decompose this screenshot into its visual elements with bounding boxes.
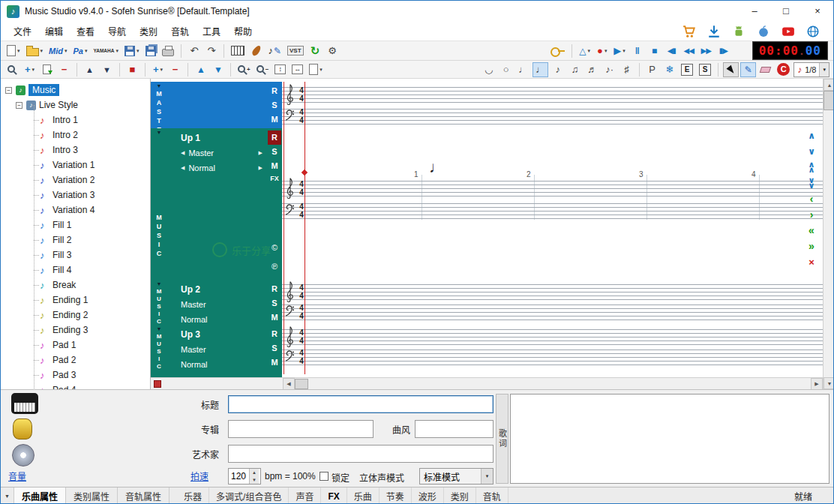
- loop-marker-button[interactable]: [154, 380, 161, 388]
- vscroll-up-button[interactable]: ▲: [824, 79, 834, 91]
- move-down-button[interactable]: ▼: [99, 62, 115, 77]
- color-marker-button[interactable]: ■: [124, 62, 140, 77]
- sixteenth-notes-button[interactable]: ♬: [584, 62, 600, 77]
- open-file-button[interactable]: ▾: [24, 44, 46, 58]
- tree-item-variation-4[interactable]: ♪Variation 4: [1, 202, 150, 218]
- up1-solo-button[interactable]: S: [268, 145, 281, 159]
- up2-notation-canvas[interactable]: 44 44: [282, 280, 823, 325]
- chord-badge-button[interactable]: C: [775, 62, 792, 77]
- up2-solo-button[interactable]: S: [268, 296, 281, 310]
- search-button[interactable]: [4, 62, 20, 77]
- up3-solo-button[interactable]: S: [268, 341, 281, 356]
- up2-record-button[interactable]: R: [268, 282, 281, 296]
- up2-mute-button[interactable]: M: [268, 310, 281, 325]
- minimize-button[interactable]: –: [739, 1, 770, 22]
- tree-item-fill-4[interactable]: ♪Fill 4: [1, 262, 150, 278]
- track-up2-header[interactable]: Up 2 Master Normal: [167, 280, 267, 325]
- master-header[interactable]: [167, 82, 267, 128]
- apple-icon[interactable]: [757, 25, 770, 38]
- tree-item-ending-1[interactable]: ♪Ending 1: [1, 292, 150, 308]
- menu-file[interactable]: 文件: [7, 22, 38, 40]
- cursor-tool-button[interactable]: [723, 62, 739, 77]
- tab-sound[interactable]: 声音: [289, 488, 321, 504]
- refresh-button[interactable]: ↻: [308, 44, 323, 58]
- pedal-tool-button[interactable]: P: [644, 62, 660, 77]
- tree-item-variation-2[interactable]: ♪Variation 2: [1, 172, 150, 188]
- zoom-out-button[interactable]: −: [254, 62, 272, 77]
- tree-item-fill-2[interactable]: ♪Fill 2: [1, 232, 150, 248]
- tempo-lock-checkbox[interactable]: [320, 472, 328, 481]
- page-up-button[interactable]: ∧∧: [805, 161, 818, 173]
- vscroll-thumb[interactable]: [824, 91, 834, 110]
- half-note-button[interactable]: ♩: [515, 62, 531, 77]
- keyboard-icon[interactable]: [11, 393, 38, 414]
- music-strip-up1[interactable]: ▼ MUSIC: [151, 128, 167, 280]
- android-icon[interactable]: [732, 25, 746, 38]
- artist-input[interactable]: [228, 445, 494, 463]
- tab-waveform[interactable]: 波形: [412, 488, 444, 504]
- drum-icon[interactable]: [13, 418, 32, 440]
- eighth-note-button[interactable]: ♪: [550, 62, 566, 77]
- tree-item-variation-3[interactable]: ♪Variation 3: [1, 188, 150, 202]
- zoom-in-button[interactable]: +: [236, 62, 253, 77]
- tree-root-music[interactable]: − ♪ Music: [1, 82, 150, 98]
- dotted-note-button[interactable]: ♪·: [602, 62, 617, 77]
- remove-item-button[interactable]: −: [56, 62, 72, 77]
- copy-item-button[interactable]: [39, 62, 55, 77]
- genre-input[interactable]: [415, 420, 494, 438]
- freeze-button[interactable]: ❄: [662, 62, 677, 77]
- add-item-button[interactable]: +▾: [22, 62, 38, 77]
- duration-dropdown-icon[interactable]: ▾: [819, 63, 829, 76]
- globe-icon[interactable]: [806, 25, 820, 38]
- yamaha-format-button[interactable]: YAMAHA▾: [91, 44, 120, 58]
- lyrics-tab[interactable]: 歌词: [496, 394, 508, 484]
- tree-item-ending-2[interactable]: ♪Ending 2: [1, 308, 150, 322]
- master-notation-canvas[interactable]: 44 44: [282, 82, 823, 128]
- track-down-button[interactable]: ▼: [210, 62, 226, 77]
- note-duration-select[interactable]: ♪ 1/8 ▾: [794, 62, 830, 77]
- master-strip[interactable]: ▼ MASTER: [151, 82, 167, 128]
- record-button[interactable]: ●▾: [594, 44, 610, 58]
- move-up-button[interactable]: ▲: [82, 62, 98, 77]
- up1-mute-button[interactable]: M: [268, 159, 281, 173]
- settings-button[interactable]: ⚙: [325, 44, 340, 58]
- menu-help[interactable]: 帮助: [227, 22, 259, 40]
- horizontal-scrollbar[interactable]: ◀ ▶: [151, 377, 823, 389]
- save-button[interactable]: ▾: [122, 44, 142, 58]
- next-arrow-icon[interactable]: ▶: [259, 165, 262, 171]
- track-up3-header[interactable]: Up 3 Master Normal: [167, 325, 267, 370]
- stereo-mode-select[interactable]: 标准模式 ▾: [419, 468, 494, 484]
- collapse-caret-icon[interactable]: ▼: [157, 83, 162, 88]
- vst-button[interactable]: VST: [285, 44, 306, 58]
- next-arrow-icon[interactable]: ▶: [259, 150, 262, 156]
- scroll-left-button[interactable]: ‹: [805, 193, 818, 205]
- download-icon[interactable]: [707, 25, 721, 38]
- pause-button[interactable]: ‖: [629, 44, 645, 58]
- piano-view-button[interactable]: [229, 44, 247, 58]
- metronome-mode-button[interactable]: △▾: [577, 44, 592, 58]
- title-input[interactable]: [228, 395, 494, 413]
- tree-item-fill-1[interactable]: ♪Fill 1: [1, 218, 150, 232]
- volume-link[interactable]: 音量: [8, 470, 26, 482]
- tab-scroll-button[interactable]: ▼: [1, 488, 14, 504]
- sharp-button[interactable]: ♯: [619, 62, 634, 77]
- quarter-note-button[interactable]: ♩: [532, 62, 548, 77]
- menu-edit[interactable]: 编辑: [38, 22, 70, 40]
- print-button[interactable]: [160, 44, 176, 58]
- beamed-notes-button[interactable]: ♫: [567, 62, 583, 77]
- new-file-button[interactable]: ▾: [4, 44, 22, 58]
- album-input[interactable]: [228, 420, 374, 438]
- license-key-button[interactable]: [548, 44, 567, 58]
- tree-item-ending-3[interactable]: ♪Ending 3: [1, 322, 150, 338]
- up1-notation-canvas[interactable]: 1 2 3 4 44 44 ♩: [282, 128, 823, 280]
- tab-song-properties[interactable]: 乐曲属性: [14, 488, 66, 504]
- collapse-caret-icon[interactable]: ▼: [157, 130, 162, 135]
- stop-button[interactable]: ■: [646, 44, 662, 58]
- menu-view[interactable]: 查看: [70, 22, 101, 40]
- collapse-box-icon[interactable]: −: [16, 102, 22, 109]
- up3-notation-canvas[interactable]: 44 44: [282, 325, 823, 370]
- collapse-caret-icon[interactable]: ▼: [157, 326, 162, 332]
- tab-category[interactable]: 类别: [444, 488, 476, 504]
- scroll-right-button[interactable]: ›: [805, 208, 818, 220]
- menu-track[interactable]: 音轨: [164, 22, 196, 40]
